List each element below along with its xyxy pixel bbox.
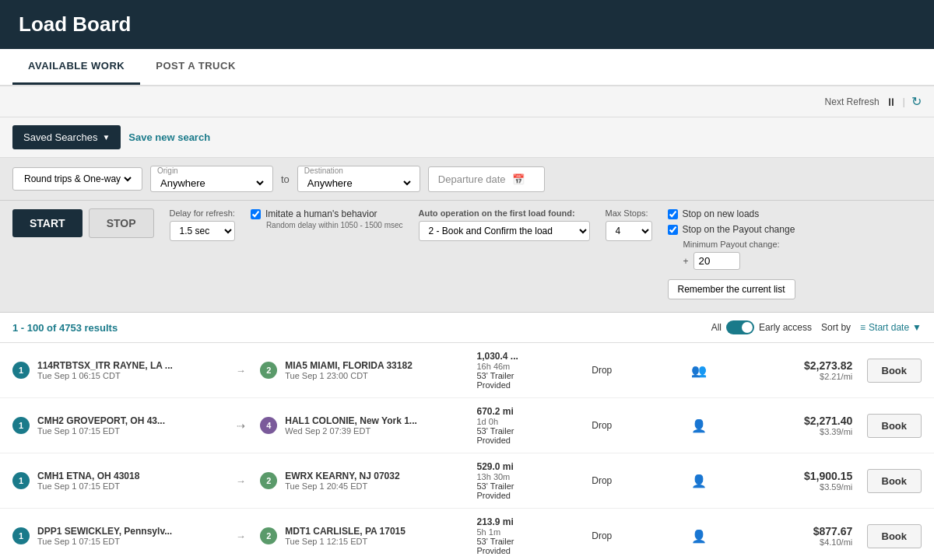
refresh-icon[interactable]: ↻ — [911, 94, 922, 109]
origin-time: Tue Sep 1 07:15 EDT — [37, 481, 221, 491]
to-label: to — [281, 173, 290, 185]
sort-arrow-icon: ▼ — [912, 322, 922, 333]
price-per-mile: $2.21/mi — [730, 372, 852, 381]
duration: 5h 1m — [476, 527, 584, 537]
team-icon: 👥 — [676, 363, 722, 378]
tab-post-a-truck[interactable]: POST A TRUCK — [140, 49, 251, 85]
dest-name: MIA5 MIAMI, FLORIDA 33182 — [285, 360, 469, 371]
price-value: $2,273.82 — [730, 359, 852, 372]
book-button[interactable]: Book — [867, 359, 922, 383]
all-label: All — [711, 322, 722, 333]
stop-button[interactable]: STOP — [89, 208, 154, 238]
price-per-mile: $3.39/mi — [730, 427, 852, 436]
price-per-mile: $3.59/mi — [730, 482, 852, 492]
save-new-search-link[interactable]: Save new search — [128, 131, 210, 143]
payout-row: + — [683, 252, 795, 270]
auto-operation-group: Auto operation on the first load found: … — [419, 208, 590, 241]
book-button[interactable]: Book — [867, 414, 922, 438]
origin-name: CMH2 GROVEPORT, OH 43... — [37, 415, 221, 426]
miles-value: 529.0 mi — [476, 461, 584, 472]
departure-label: Departure date — [438, 173, 506, 185]
dest-name: EWRX KEARNY, NJ 07032 — [285, 471, 469, 481]
miles-col: 213.9 mi 5h 1m 53' TrailerProvided — [476, 516, 584, 555]
dest-col: MIA5 MIAMI, FLORIDA 33182 Tue Sep 1 23:0… — [285, 360, 469, 380]
auto-select[interactable]: 1 - Do nothing 2 - Book and Confirm the … — [419, 221, 590, 241]
saved-searches-label: Saved Searches — [23, 131, 97, 143]
trip-type-select[interactable]: Round trips & One-way — [12, 167, 142, 191]
early-access-toggle-container: All Early access — [711, 320, 812, 334]
early-access-label: Early access — [759, 322, 812, 333]
book-button[interactable]: Book — [867, 524, 922, 548]
origin-name: 114RTBTSX_ITR RAYNE, LA ... — [37, 360, 221, 371]
miles-col: 1,030.4 ... 16h 46m 53' TrailerProvided — [476, 351, 584, 390]
dest-col: EWRX KEARNY, NJ 07032 Tue Sep 1 20:45 ED… — [285, 471, 469, 491]
dest-time: Tue Sep 1 20:45 EDT — [285, 481, 469, 491]
sort-icon: ≡ — [860, 322, 866, 333]
stop-new-loads-group: Stop on new loads — [668, 208, 795, 219]
origin-col: 114RTBTSX_ITR RAYNE, LA ... Tue Sep 1 06… — [37, 360, 221, 380]
max-stops-label: Max Stops: — [606, 208, 652, 218]
delay-label: Delay for refresh: — [170, 208, 235, 218]
stop-payout-label: Stop on the Payout change — [683, 224, 795, 235]
imitate-sublabel: Random delay within 1050 - 1500 msec — [266, 221, 403, 229]
dest-time: Tue Sep 1 23:00 CDT — [285, 371, 469, 380]
max-stops-group: Max Stops: 4 1 2 3 5 — [606, 208, 652, 241]
min-payout-input[interactable] — [693, 252, 740, 270]
destination-dropdown[interactable]: Destination Anywhere — [297, 166, 420, 192]
delay-control: Delay for refresh: 1.5 sec 2.0 sec 3.0 s… — [170, 208, 235, 241]
dest-stop-badge: 4 — [260, 417, 277, 434]
price-value: $1,900.15 — [730, 470, 852, 482]
origin-col: CMH1 ETNA, OH 43018 Tue Sep 1 07:15 EDT — [37, 471, 221, 491]
dest-stop-badge: 2 — [260, 362, 277, 379]
departure-date-button[interactable]: Departure date 📅 — [428, 166, 545, 192]
stop-payout-checkbox[interactable] — [668, 225, 678, 235]
filter-row: Round trips & One-way Origin Anywhere to… — [0, 158, 934, 201]
table-row: 1 DPP1 SEWICKLEY, Pennsylv... Tue Sep 1 … — [0, 509, 934, 560]
remember-button[interactable]: Remember the current list — [668, 279, 795, 299]
origin-time: Tue Sep 1 06:15 CDT — [37, 371, 221, 380]
imitate-label: Imitate a human's behavior — [265, 208, 377, 219]
origin-col: CMH2 GROVEPORT, OH 43... Tue Sep 1 07:15… — [37, 415, 221, 436]
max-stops-select[interactable]: 4 1 2 3 5 — [606, 221, 652, 241]
tab-available-work[interactable]: AVAILABLE WORK — [12, 49, 140, 85]
page-header: Load Board — [0, 0, 934, 49]
sort-link[interactable]: ≡ Start date ▼ — [860, 322, 922, 333]
book-button[interactable]: Book — [867, 469, 922, 493]
arrow-col: ⇢ — [229, 420, 252, 432]
table-row: 1 CMH2 GROVEPORT, OH 43... Tue Sep 1 07:… — [0, 398, 934, 453]
price-col: $2,271.40 $3.39/mi — [730, 415, 852, 436]
calendar-icon: 📅 — [512, 173, 525, 185]
miles-value: 1,030.4 ... — [476, 351, 584, 362]
saved-searches-button[interactable]: Saved Searches ▼ — [12, 125, 121, 149]
origin-dropdown[interactable]: Origin Anywhere — [150, 166, 273, 192]
trailer-info: 53' TrailerProvided — [476, 537, 584, 555]
start-button[interactable]: START — [12, 209, 83, 237]
results-bar: 1 - 100 of 4753 results All Early access… — [0, 313, 934, 343]
arrow-col: → — [229, 530, 252, 542]
search-bar: Saved Searches ▼ Save new search — [0, 117, 934, 158]
trailer-info: 53' TrailerProvided — [476, 371, 584, 390]
miles-col: 670.2 mi 1d 0h 53' TrailerProvided — [476, 406, 584, 445]
stop-new-loads-checkbox[interactable] — [668, 209, 678, 219]
duration: 16h 46m — [476, 362, 584, 371]
origin-stop-badge: 1 — [12, 362, 30, 379]
drop-type: Drop — [592, 420, 668, 431]
origin-select[interactable]: Anywhere — [157, 175, 266, 191]
imitate-group: Imitate a human's behavior Random delay … — [251, 208, 403, 229]
early-access-toggle[interactable] — [726, 320, 754, 334]
dest-stop-badge: 2 — [260, 472, 277, 489]
book-col: Book — [860, 469, 922, 493]
destination-select[interactable]: Anywhere — [304, 175, 413, 191]
pause-icon[interactable]: ⏸ — [886, 96, 897, 108]
origin-name: CMH1 ETNA, OH 43018 — [37, 471, 221, 481]
price-col: $1,900.15 $3.59/mi — [730, 470, 852, 492]
miles-value: 213.9 mi — [476, 516, 584, 527]
min-payout-group: Minimum Payout change: + — [683, 240, 795, 270]
sort-by-label: Sort by — [821, 322, 851, 333]
delay-select[interactable]: 1.5 sec 2.0 sec 3.0 sec — [170, 221, 235, 241]
trailer-info: 53' TrailerProvided — [476, 426, 584, 445]
trip-type-dropdown[interactable]: Round trips & One-way — [21, 173, 134, 185]
duration: 1d 0h — [476, 417, 584, 426]
imitate-checkbox[interactable] — [251, 209, 261, 219]
tab-bar: AVAILABLE WORK POST A TRUCK — [0, 49, 934, 86]
